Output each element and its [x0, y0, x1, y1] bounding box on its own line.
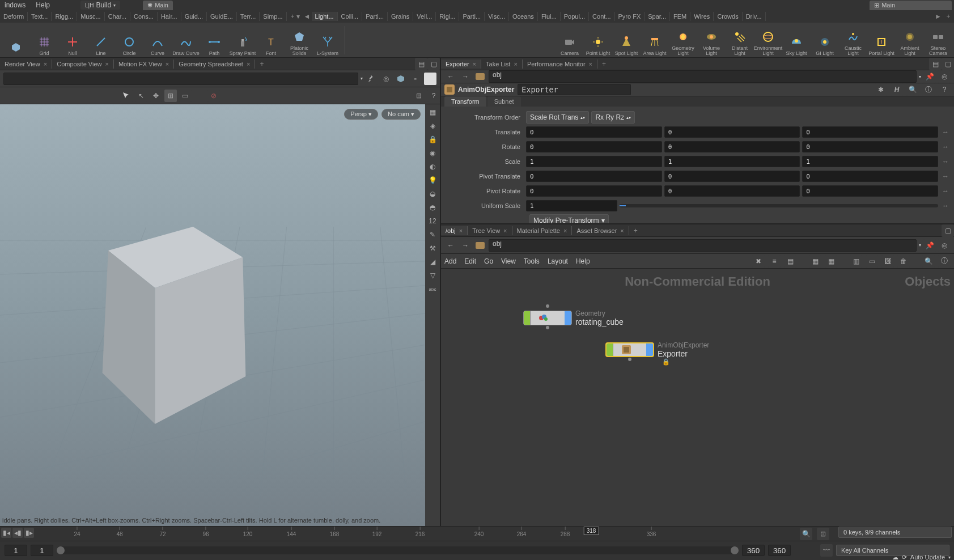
- parm-tab-subnet[interactable]: Subnet: [487, 96, 521, 107]
- modify-pre-select[interactable]: Modify Pre-Transform ▾: [529, 214, 609, 224]
- keys-info[interactable]: 0 keys, 9/9 channels: [838, 527, 952, 538]
- target-icon[interactable]: ◎: [938, 70, 951, 83]
- close-icon[interactable]: ×: [247, 61, 250, 67]
- parm-link-icon[interactable]: ↔: [940, 186, 951, 196]
- parm-z-input[interactable]: [802, 156, 938, 167]
- timeline-ruler[interactable]: ▮◂ ◂▮ ▮▸ 2448729612014416819221624026428…: [0, 527, 954, 541]
- shelf-add-right-icon[interactable]: +: [943, 12, 954, 20]
- vt-13[interactable]: ▽: [427, 270, 438, 281]
- shelf-tab[interactable]: Vell...: [413, 12, 436, 21]
- nm-layout[interactable]: Layout: [548, 257, 568, 265]
- parm-x-input[interactable]: [526, 185, 662, 197]
- auto-update-label[interactable]: Auto Update: [910, 554, 945, 560]
- close-icon[interactable]: ×: [166, 61, 169, 67]
- nm-view[interactable]: View: [501, 257, 516, 265]
- pane-max-icon[interactable]: ▢: [427, 58, 440, 70]
- search-icon[interactable]: 🔍: [906, 83, 919, 96]
- timeline-scope-icon[interactable]: ⊡: [817, 528, 829, 540]
- shelf-add-icon[interactable]: + ▾: [287, 12, 304, 20]
- handle-tool-icon[interactable]: ✥: [150, 90, 162, 102]
- parm-x-input[interactable]: [526, 126, 662, 138]
- ntb-info-icon[interactable]: ⓘ: [938, 255, 951, 268]
- shelf-tab[interactable]: Guid...: [181, 12, 207, 21]
- viewport-path-input[interactable]: [3, 73, 358, 85]
- parm-link-icon[interactable]: ↔: [940, 156, 951, 167]
- pane-max-icon[interactable]: ▢: [942, 224, 954, 237]
- global-end-input[interactable]: [768, 545, 791, 556]
- shelf-tab[interactable]: Pyro FX: [615, 12, 645, 21]
- frame-marker[interactable]: 318: [584, 527, 599, 535]
- menu-help[interactable]: Help: [33, 1, 52, 9]
- box2-icon[interactable]: ▫: [409, 73, 422, 85]
- shelf-item-camera[interactable]: Camera: [556, 24, 583, 56]
- ntb-note-icon[interactable]: ▭: [866, 255, 878, 268]
- vt-1[interactable]: ▦: [427, 107, 438, 118]
- shelf-item-font[interactable]: TFont: [257, 24, 285, 56]
- shelf-item-spot[interactable]: Spot Light: [613, 24, 640, 56]
- pin-icon[interactable]: [365, 73, 378, 85]
- nm-edit[interactable]: Edit: [464, 257, 476, 265]
- shelf-tab[interactable]: Deform: [0, 12, 28, 21]
- nm-go[interactable]: Go: [484, 257, 493, 265]
- shelf-item-stereo[interactable]: Stereo Camera: [925, 24, 952, 56]
- pane-menu-icon[interactable]: ▤: [929, 58, 942, 70]
- parm-path-input[interactable]: obj: [489, 70, 917, 83]
- shelf-item-point[interactable]: Point Light: [584, 24, 612, 56]
- parm-x-input[interactable]: [526, 156, 662, 167]
- shelf-scroll-right[interactable]: ►: [935, 12, 943, 20]
- shelf-tab[interactable]: Parti...: [459, 12, 485, 21]
- vt-2[interactable]: ◈: [427, 120, 438, 131]
- build-desktop-dropdown[interactable]: L|H Build ▾: [80, 1, 120, 10]
- vt-9[interactable]: 12: [427, 215, 438, 227]
- pin-icon[interactable]: 📌: [923, 239, 936, 252]
- help-icon[interactable]: ?: [427, 90, 440, 102]
- shelf-tab[interactable]: Popul...: [561, 12, 589, 21]
- shelf-item-line[interactable]: Line: [87, 24, 115, 56]
- pane-tab[interactable]: Tree View×: [468, 226, 512, 235]
- sheet-icon[interactable]: [424, 73, 436, 85]
- parm-link-icon[interactable]: ↔: [940, 127, 951, 137]
- shelf-item-spray[interactable]: Spray Paint: [229, 24, 256, 56]
- parm-z-input[interactable]: [802, 185, 938, 197]
- shelf-item-lsys[interactable]: L-System: [314, 24, 341, 56]
- ntb-grid2-icon[interactable]: ▦: [825, 255, 837, 268]
- ntb-search-icon[interactable]: 🔍: [922, 255, 935, 268]
- lasso-tool-icon[interactable]: ↖: [135, 90, 147, 102]
- box-icon[interactable]: [395, 73, 407, 85]
- play-step-fwd-icon[interactable]: ▮▸: [24, 528, 34, 538]
- ntb-image-icon[interactable]: 🖼: [881, 255, 894, 268]
- shelf-scroll-left[interactable]: ◄: [304, 12, 312, 20]
- viewport[interactable]: Persp ▾ No cam ▾ ▦ ◈ 🔒 ◉ ◐ 💡 ◒ ◓ 12 ✎ ⚒ …: [0, 104, 440, 526]
- shelf-item-portal[interactable]: Portal Light: [868, 24, 895, 56]
- target-icon[interactable]: ◎: [938, 239, 951, 252]
- parm-y-input[interactable]: [664, 156, 800, 167]
- add-parm-tab-icon[interactable]: +: [597, 59, 610, 69]
- parm-y-input[interactable]: [664, 141, 800, 152]
- vt-12[interactable]: ◢: [427, 256, 438, 268]
- realtime-icon[interactable]: 〰: [820, 544, 833, 557]
- desktop-tab-main-right[interactable]: ⊞Main: [870, 1, 952, 10]
- snap-icon[interactable]: ⊞: [164, 90, 177, 102]
- pane-tab[interactable]: Exporter×: [441, 60, 481, 69]
- parm-x-input[interactable]: [526, 141, 662, 152]
- nav-fwd-icon[interactable]: →: [459, 239, 472, 252]
- pane-tab[interactable]: Performance Monitor×: [523, 60, 597, 69]
- shelf-item-gi[interactable]: GI Light: [811, 24, 838, 56]
- desktop-tab-main[interactable]: ✱ Main: [143, 1, 173, 10]
- pane-tab[interactable]: Render View×: [0, 60, 52, 69]
- parm-link-icon[interactable]: ↔: [940, 201, 951, 211]
- close-icon[interactable]: ×: [589, 61, 592, 67]
- shelf-item-geolight[interactable]: Geometry Light: [669, 24, 697, 56]
- close-icon[interactable]: ×: [459, 227, 463, 234]
- pane-tab[interactable]: Asset Browser×: [572, 226, 629, 235]
- add-network-tab-icon[interactable]: +: [629, 226, 642, 236]
- camera-link-icon[interactable]: ▭: [179, 90, 192, 102]
- shelf-item-platonic[interactable]: Platonic Solids: [286, 24, 313, 56]
- pane-tab[interactable]: Geometry Spreadsheet×: [174, 60, 255, 69]
- ntb-wrench-icon[interactable]: ✖: [752, 255, 765, 268]
- pane-menu-icon[interactable]: ▤: [415, 58, 427, 70]
- ntb-trash-icon[interactable]: 🗑: [897, 255, 910, 268]
- shelf-tab[interactable]: Musc...: [77, 12, 104, 21]
- close-icon[interactable]: ×: [473, 61, 476, 67]
- shelf-item-grid[interactable]: Grid: [31, 24, 58, 56]
